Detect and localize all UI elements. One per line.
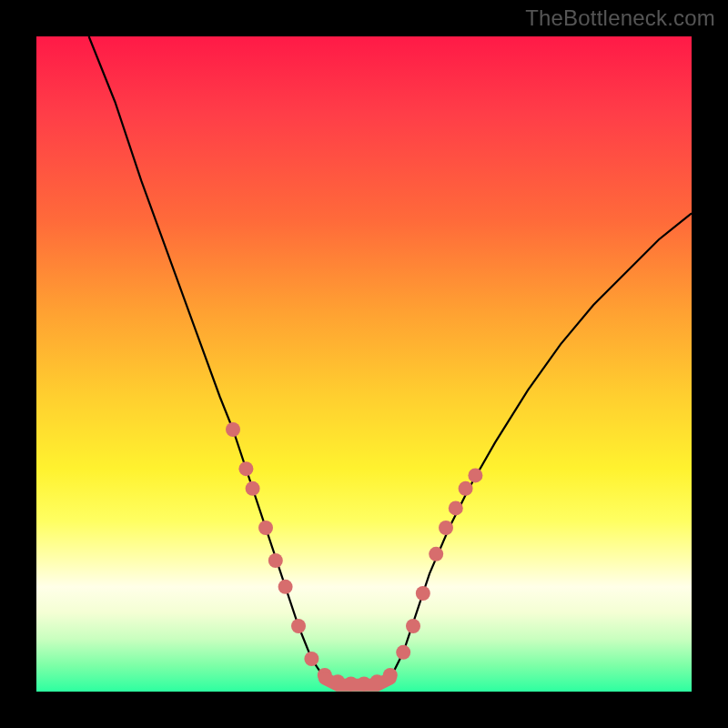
data-marker [468,468,482,482]
data-marker [278,580,293,594]
valley-flat-group [325,679,390,685]
data-marker [304,652,318,666]
marker-group [226,422,482,691]
curve-group [89,36,692,685]
data-marker [439,521,453,535]
chart-frame: TheBottleneck.com [0,0,728,728]
data-marker [246,481,260,496]
bottleneck-curve [89,36,692,685]
data-marker [291,619,306,633]
data-marker [226,422,240,437]
plot-area [36,36,692,692]
curve-layer [36,36,692,692]
data-marker [459,481,473,496]
data-marker [258,521,273,535]
data-marker [406,619,420,633]
data-marker [429,547,443,561]
data-marker [238,461,253,476]
data-marker [416,586,430,601]
data-marker [396,645,410,660]
data-marker [268,553,283,568]
data-marker [449,500,463,515]
watermark-text: TheBottleneck.com [525,5,715,31]
valley-flat-line [325,679,390,685]
